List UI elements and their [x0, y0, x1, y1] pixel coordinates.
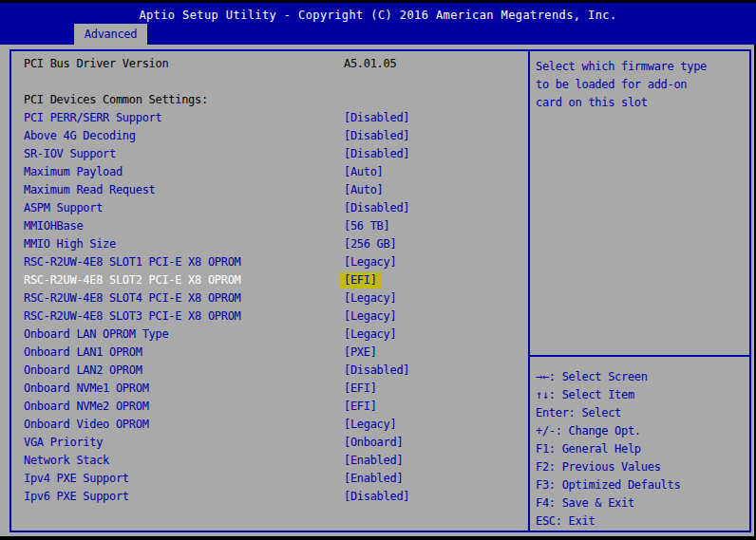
setting-row[interactable]: Onboard Video OPROM[Legacy] — [24, 416, 528, 434]
setting-value: [EFI] — [344, 380, 377, 398]
side-pane: Select which firmware typeto be loaded f… — [528, 51, 749, 531]
setting-value: [56 TB] — [344, 217, 389, 235]
setting-row: PCI Bus Driver VersionA5.01.05 — [24, 55, 528, 73]
setting-value: [Legacy] — [344, 253, 396, 271]
help-line: card on this slot — [536, 94, 746, 112]
setting-label: Ipv4 PXE Support — [24, 470, 344, 488]
settings-pane: PCI Bus Driver VersionA5.01.05PCI Device… — [11, 51, 528, 531]
setting-row[interactable]: Ipv6 PXE Support[Disabled] — [24, 488, 528, 506]
legend-item: F4: Save & Exit — [536, 494, 747, 512]
legend-item: +/-: Change Opt. — [536, 422, 747, 440]
setting-row[interactable]: Onboard NVMe2 OPROM[EFI] — [24, 398, 528, 416]
setting-row[interactable]: MMIOHBase[56 TB] — [24, 217, 528, 235]
setting-row: PCI Devices Common Settings: — [24, 91, 528, 109]
setting-value: [Auto] — [344, 163, 384, 181]
setting-row[interactable]: Maximum Read Request[Auto] — [24, 181, 528, 199]
setting-row[interactable]: Network Stack[Enabled] — [24, 452, 528, 470]
setting-label: RSC-R2UW-4E8 SLOT3 PCI-E X8 OPROM — [24, 307, 344, 326]
setting-label: RSC-R2UW-4E8 SLOT1 PCI-E X8 OPROM — [24, 253, 344, 271]
setting-value: [PXE] — [344, 344, 377, 362]
setting-row[interactable]: Onboard LAN2 OPROM[Disabled] — [24, 362, 528, 380]
legend-item: F3: Optimized Defaults — [536, 476, 747, 494]
setting-value: [EFI] — [344, 271, 382, 289]
help-text: Select which firmware typeto be loaded f… — [530, 51, 749, 357]
help-line: Select which firmware type — [536, 58, 746, 76]
setting-row[interactable]: MMIO High Size[256 GB] — [24, 235, 528, 253]
setting-value: [Disabled] — [344, 109, 409, 127]
setting-value: [Disabled] — [344, 127, 409, 145]
setting-value: [Disabled] — [344, 362, 409, 380]
setting-row[interactable]: SR-IOV Support[Disabled] — [24, 145, 528, 163]
bios-screen: Aptio Setup Utility - Copyright (C) 2016… — [0, 0, 756, 540]
setting-label: SR-IOV Support — [24, 145, 344, 163]
setting-value: [256 GB] — [344, 235, 396, 253]
setting-label: VGA Priority — [24, 434, 344, 452]
legend-item: →←: Select Screen — [536, 368, 747, 386]
setting-label: Ipv6 PXE Support — [24, 488, 344, 506]
setting-label: Above 4G Decoding — [24, 127, 344, 145]
setting-row[interactable]: Ipv4 PXE Support[Enabled] — [24, 470, 528, 488]
setting-row[interactable]: Onboard LAN1 OPROM[PXE] — [24, 344, 528, 362]
setting-row[interactable]: Onboard LAN OPROM Type[Legacy] — [24, 326, 528, 344]
setting-row[interactable]: ASPM Support[Disabled] — [24, 199, 528, 217]
key-legend: →←: Select Screen↑↓: Select ItemEnter: S… — [530, 357, 749, 531]
setting-row[interactable]: VGA Priority[Onboard] — [24, 434, 528, 452]
setting-label: Onboard Video OPROM — [24, 416, 344, 434]
setting-label: Maximum Payload — [24, 163, 344, 181]
setting-label: Onboard LAN1 OPROM — [24, 344, 344, 362]
setting-label: Onboard NVMe2 OPROM — [24, 398, 344, 416]
setting-value: [Disabled] — [344, 145, 409, 163]
setting-value: [Legacy] — [344, 326, 396, 344]
setting-row[interactable]: RSC-R2UW-4E8 SLOT1 PCI-E X8 OPROM[Legacy… — [24, 253, 528, 271]
legend-item: F1: General Help — [536, 440, 747, 458]
setting-row[interactable]: RSC-R2UW-4E8 SLOT3 PCI-E X8 OPROM[Legacy… — [24, 307, 528, 326]
setting-row[interactable]: Onboard NVMe1 OPROM[EFI] — [24, 380, 528, 398]
legend-item: ESC: Exit — [536, 512, 747, 531]
setting-label: RSC-R2UW-4E8 SLOT2 PCI-E X8 OPROM — [24, 271, 344, 289]
setting-value: [Disabled] — [344, 199, 409, 217]
titlebar: Aptio Setup Utility - Copyright (C) 2016… — [0, 3, 756, 45]
setting-row[interactable]: RSC-R2UW-4E8 SLOT4 PCI-E X8 OPROM[Legacy… — [24, 289, 528, 307]
setting-value: [Onboard] — [344, 434, 403, 452]
setting-row-selected[interactable]: RSC-R2UW-4E8 SLOT2 PCI-E X8 OPROM[EFI] — [24, 271, 528, 289]
setting-label: Onboard LAN2 OPROM — [24, 362, 344, 380]
legend-item: F2: Previous Values — [536, 458, 747, 476]
setting-label: Onboard NVMe1 OPROM — [24, 380, 344, 398]
legend-item: ↑↓: Select Item — [536, 386, 747, 404]
setting-value: [Auto] — [344, 181, 384, 199]
setting-label: Onboard LAN OPROM Type — [24, 326, 344, 344]
setting-value: [Legacy] — [344, 416, 396, 434]
help-line: to be loaded for add-on — [536, 76, 746, 94]
setting-label: PCI Devices Common Settings: — [24, 91, 344, 109]
setting-label: MMIOHBase — [24, 217, 344, 235]
settings-list: PCI Bus Driver VersionA5.01.05PCI Device… — [24, 55, 528, 506]
content-box: PCI Bus Driver VersionA5.01.05PCI Device… — [9, 49, 751, 532]
setting-label: Maximum Read Request — [24, 181, 344, 199]
setting-label: MMIO High Size — [24, 235, 344, 253]
setting-label: ASPM Support — [24, 199, 344, 217]
settings-spacer — [24, 73, 528, 91]
setting-value: [EFI] — [344, 398, 377, 416]
setting-row[interactable]: Maximum Payload[Auto] — [24, 163, 528, 181]
setting-value: [Disabled] — [344, 488, 409, 506]
setting-value: [Legacy] — [344, 289, 396, 307]
tab-advanced[interactable]: Advanced — [74, 24, 147, 45]
setting-label: RSC-R2UW-4E8 SLOT4 PCI-E X8 OPROM — [24, 289, 344, 307]
setting-value: [Legacy] — [344, 307, 396, 326]
setting-label: PCI Bus Driver Version — [24, 55, 344, 73]
setting-row[interactable]: Above 4G Decoding[Disabled] — [24, 127, 528, 145]
legend-item: Enter: Select — [536, 404, 747, 422]
app-title: Aptio Setup Utility - Copyright (C) 2016… — [0, 9, 756, 22]
main-area: PCI Bus Driver VersionA5.01.05PCI Device… — [0, 45, 754, 536]
setting-value: A5.01.05 — [344, 55, 396, 73]
setting-label: Network Stack — [24, 452, 344, 470]
setting-row[interactable]: PCI PERR/SERR Support[Disabled] — [24, 109, 528, 127]
setting-value: [Enabled] — [344, 452, 403, 470]
setting-value: [Enabled] — [344, 470, 403, 488]
setting-value-highlight: [EFI] — [339, 272, 382, 289]
setting-label: PCI PERR/SERR Support — [24, 109, 344, 127]
